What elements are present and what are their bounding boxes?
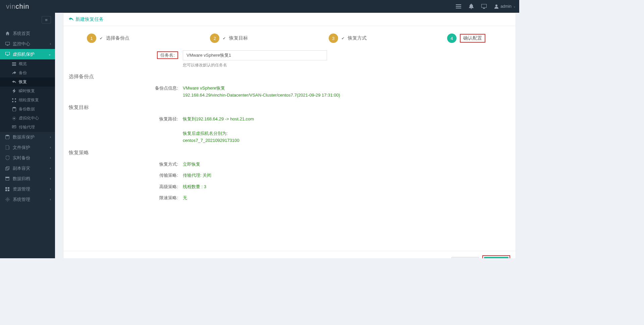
nav-subitem-7[interactable]: 传输代理 — [0, 123, 55, 132]
nav-item-4[interactable]: 文件保护‹ — [0, 142, 55, 153]
nav-label: 系统首页 — [13, 31, 30, 37]
prev-button[interactable]: 上一步 — [451, 257, 479, 258]
check-icon: ✔ — [223, 36, 226, 41]
nav-label: 监控中心 — [13, 41, 30, 47]
nav-subitem-1[interactable]: 备份 — [0, 68, 55, 77]
svg-point-18 — [13, 118, 15, 119]
svg-rect-25 — [5, 177, 9, 178]
nav-subitem-5[interactable]: 备份数据 — [0, 105, 55, 114]
nav-item-6[interactable]: 副本容灾‹ — [0, 163, 55, 173]
step-number: 4 — [447, 34, 457, 43]
step-label: 恢复方式 — [348, 35, 367, 41]
svg-point-5 — [495, 5, 497, 7]
user-name: admin — [500, 4, 512, 9]
svg-point-14 — [15, 98, 16, 100]
monitor-icon — [5, 42, 10, 46]
nav-label: 资源管理 — [13, 186, 30, 192]
svg-rect-11 — [12, 64, 16, 64]
row-label: 备份点信息: — [69, 83, 183, 91]
panel-header: 新建恢复任务 — [63, 13, 516, 26]
svg-point-17 — [12, 107, 16, 108]
nav-subitem-2[interactable]: 恢复 — [0, 77, 55, 87]
nav-subitem-6[interactable]: 虚拟化中心 — [0, 114, 55, 123]
list-icon — [11, 62, 17, 66]
row-label: 恢复路径: — [69, 114, 183, 122]
topbar-right: admin ⌄ — [456, 4, 516, 9]
svg-rect-27 — [5, 187, 7, 189]
sidebar: ≡ 系统首页监控中心‹虚拟机保护⌄概览备份恢复瞬时恢复细粒度恢复备份数据虚拟化中… — [0, 13, 55, 258]
screen-icon[interactable] — [481, 4, 487, 9]
row-value: 立即恢复 — [183, 159, 438, 168]
svg-rect-28 — [8, 187, 9, 189]
panel-footer: 上一步 提 交 — [63, 251, 516, 258]
nav-item-3[interactable]: 数据库保护‹ — [0, 132, 55, 142]
nav-subitem-0[interactable]: 概览 — [0, 59, 55, 68]
svg-point-13 — [12, 98, 13, 100]
user-menu[interactable]: admin ⌄ — [494, 4, 516, 9]
shield2-icon — [5, 156, 10, 160]
wizard-step-2[interactable]: 2✔恢复目标 — [210, 34, 248, 43]
row-value: 传输代理: 关闭 — [183, 170, 438, 179]
nav-sublabel: 概览 — [19, 61, 27, 67]
nav-item-8[interactable]: 资源管理‹ — [0, 184, 55, 194]
nav-item-5[interactable]: 实时备份‹ — [0, 153, 55, 163]
nav-subitem-4[interactable]: 细粒度恢复 — [0, 96, 55, 105]
svg-rect-4 — [483, 8, 485, 9]
sidebar-collapse-button[interactable]: ≡ — [42, 16, 51, 23]
nav-item-0[interactable]: 系统首页 — [0, 28, 55, 39]
row-label: 高级策略: — [69, 182, 183, 190]
task-name-row: 任务名: 您可以修改默认的任务名 — [69, 50, 510, 68]
bell-icon[interactable] — [469, 4, 474, 9]
grid-icon — [5, 187, 10, 191]
task-name-input[interactable] — [183, 50, 327, 60]
wizard-step-3[interactable]: 3✔恢复方式 — [329, 34, 367, 43]
row-value: 线程数量 : 3 — [183, 182, 438, 190]
submit-button[interactable]: 提 交 — [484, 257, 508, 258]
row-value: VMware vSphere恢复192.168.64.29/vinchin-Da… — [183, 83, 438, 99]
wizard-step-4[interactable]: 4确认配置 — [447, 34, 485, 43]
svg-rect-30 — [8, 189, 9, 191]
granule-icon — [11, 98, 17, 102]
row-value: 无 — [183, 193, 438, 201]
chevron-icon: ‹ — [50, 187, 51, 191]
nav-label: 实时备份 — [13, 155, 30, 161]
step-label: 恢复目标 — [229, 35, 248, 41]
svg-rect-1 — [456, 6, 461, 7]
list-icon[interactable] — [456, 4, 461, 9]
chevron-icon: ‹ — [50, 146, 51, 149]
copy-icon — [5, 166, 10, 170]
svg-point-22 — [6, 135, 9, 136]
step-label: 选择备份点 — [106, 35, 129, 41]
brand-logo: vinchin — [6, 3, 29, 10]
shield-icon — [5, 52, 10, 56]
svg-rect-2 — [456, 8, 461, 8]
nav-item-9[interactable]: 系统管理‹ — [0, 194, 55, 205]
hamburger-icon: ≡ — [45, 17, 48, 22]
svg-rect-10 — [12, 62, 16, 63]
panel-title: 新建恢复任务 — [75, 16, 104, 22]
step-label: 确认配置 — [460, 34, 485, 43]
nav-item-1[interactable]: 监控中心‹ — [0, 39, 55, 49]
svg-rect-3 — [482, 4, 487, 8]
check-icon: ✔ — [341, 36, 344, 41]
nav-label: 数据归档 — [13, 176, 30, 182]
share-icon — [11, 71, 17, 75]
nav-subitem-3[interactable]: 瞬时恢复 — [0, 87, 55, 96]
row-s3-1: 传输策略:传输代理: 关闭 — [69, 170, 510, 179]
row-s3-0: 恢复方式:立即恢复 — [69, 159, 510, 168]
wizard-step-1[interactable]: 1✔选择备份点 — [87, 34, 129, 43]
nav-label: 虚拟机保护 — [13, 51, 35, 57]
row-value: 恢复到192.168.64.29 -> host.21.com恢复后虚拟机名分别… — [183, 114, 438, 144]
nav-item-2[interactable]: 虚拟机保护⌄ — [0, 49, 55, 59]
nav-item-7[interactable]: 数据归档‹ — [0, 173, 55, 184]
undo-icon — [11, 80, 17, 84]
form-area: 任务名: 您可以修改默认的任务名 选择备份点备份点信息:VMware vSphe… — [63, 50, 516, 251]
task-name-hint: 您可以修改默认的任务名 — [183, 62, 438, 68]
svg-rect-24 — [7, 166, 9, 169]
db-icon — [11, 107, 17, 111]
gear-icon — [11, 116, 17, 120]
svg-rect-6 — [5, 42, 9, 45]
row-s2-0: 恢复路径:恢复到192.168.64.29 -> host.21.com恢复后虚… — [69, 114, 510, 144]
nav-sub-2: 概览备份恢复瞬时恢复细粒度恢复备份数据虚拟化中心传输代理 — [0, 59, 55, 132]
row-s3-3: 限速策略:无 — [69, 193, 510, 201]
